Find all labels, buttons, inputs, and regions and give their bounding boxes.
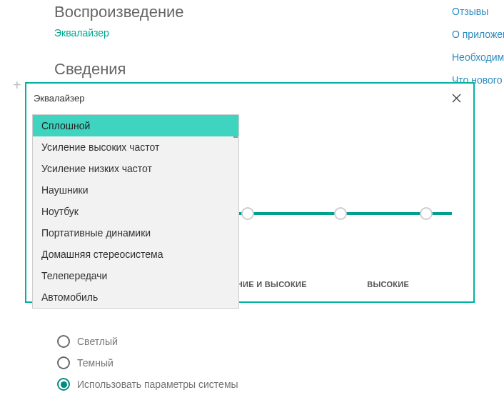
close-button[interactable]: [446, 88, 466, 108]
preset-option-laptop[interactable]: Ноутбук: [33, 201, 238, 222]
preset-option-treble-boost[interactable]: Усиление высоких частот: [33, 136, 238, 158]
sidebar-link-required[interactable]: Необходимо: [452, 46, 504, 69]
slider-thumb-2[interactable]: [334, 207, 347, 220]
preset-option-portable-speakers[interactable]: Портативные динамики: [33, 222, 238, 244]
equalizer-link[interactable]: Эквалайзер: [54, 27, 504, 39]
sidebar-link-about[interactable]: О приложении: [452, 23, 504, 46]
section-heading-about: Сведения: [54, 60, 504, 79]
close-icon: [452, 94, 461, 103]
slider-thumb-1[interactable]: [241, 207, 254, 220]
sidebar-links: Отзывы О приложении Необходимо Что новог…: [452, 0, 504, 91]
theme-radio-system[interactable]: Использовать параметры системы: [57, 378, 238, 391]
slider-label-high: ВЫСОКИЕ: [324, 280, 452, 290]
radio-icon: [57, 378, 70, 391]
dialog-title: Эквалайзер: [34, 93, 84, 104]
preset-option-tv[interactable]: Телепередачи: [33, 265, 238, 286]
section-heading-playback: Воспроизведение: [54, 3, 504, 21]
sidebar-link-reviews[interactable]: Отзывы: [452, 0, 504, 23]
radio-label: Светлый: [77, 336, 118, 347]
dialog-titlebar: Эквалайзер: [26, 84, 473, 112]
page-content: Воспроизведение Эквалайзер Сведения: [0, 0, 504, 79]
preset-option-solid[interactable]: Сплошной: [33, 115, 238, 136]
radio-icon: [57, 335, 70, 348]
radio-label: Темный: [77, 357, 114, 369]
plus-icon: +: [13, 77, 21, 94]
preset-option-headphones[interactable]: Наушники: [33, 179, 238, 201]
theme-radio-group: Светлый Темный Использовать параметры си…: [57, 335, 238, 399]
radio-label: Использовать параметры системы: [77, 379, 238, 390]
theme-radio-dark[interactable]: Темный: [57, 356, 238, 369]
preset-option-car[interactable]: Автомобиль: [33, 286, 238, 308]
radio-icon: [57, 356, 70, 369]
preset-option-home-stereo[interactable]: Домашняя стереосистема: [33, 244, 238, 265]
preset-option-bass-boost[interactable]: Усиление низких частот: [33, 158, 238, 179]
slider-thumb-3[interactable]: [420, 207, 433, 220]
preset-dropdown[interactable]: Сплошной Усиление высоких частот Усилени…: [32, 114, 239, 309]
theme-radio-light[interactable]: Светлый: [57, 335, 238, 348]
